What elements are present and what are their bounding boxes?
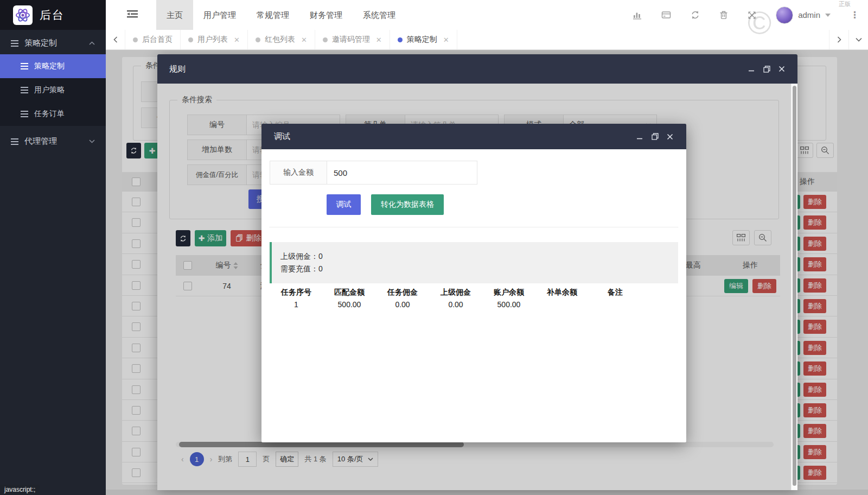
amount-label: 输入金额: [270, 161, 327, 185]
result-table-row: 1 500.00 0.00 0.00 500.00: [270, 300, 642, 309]
tabbar: 后台首页 用户列表 ✕ 红包列表 ✕ 邀请码管理 ✕ 策略定制 ✕: [106, 30, 868, 50]
bar-chart-icon[interactable]: [633, 10, 642, 20]
nav-item-finance[interactable]: 财务管理: [299, 0, 353, 30]
header-cell: 任务序号: [270, 288, 323, 297]
tab-label: 用户列表: [197, 35, 228, 45]
convert-to-table-button[interactable]: 转化为数据表格: [371, 194, 444, 215]
tab-dot: [398, 37, 403, 42]
sidebar-collapse-icon[interactable]: [127, 9, 138, 19]
close-icon[interactable]: [666, 133, 674, 141]
link-status-tooltip: javascript:;: [0, 485, 40, 495]
tab-dot: [188, 37, 193, 42]
tab-dot: [133, 37, 138, 42]
tab-close-icon[interactable]: ✕: [443, 36, 449, 44]
minimize-icon[interactable]: [748, 65, 755, 73]
tab-dot: [323, 37, 328, 42]
tab-home[interactable]: 后台首页: [125, 30, 181, 49]
sidebar-item-label: 策略定制: [34, 61, 65, 71]
logo-area: 后台: [0, 0, 106, 30]
vertical-scrollbar-thumb[interactable]: [793, 86, 796, 486]
tab-user-list[interactable]: 用户列表 ✕: [181, 30, 248, 49]
value-cell: 0.00: [376, 300, 429, 309]
tab-strategy[interactable]: 策略定制 ✕: [390, 30, 457, 49]
sidebar-group-strategy[interactable]: 策略定制: [0, 32, 106, 54]
username: admin: [798, 10, 820, 20]
sidebar-item-strategy[interactable]: 策略定制: [0, 54, 106, 78]
logo-text: 后台: [40, 8, 65, 23]
refresh-icon[interactable]: [691, 10, 700, 20]
maximize-icon[interactable]: [763, 65, 770, 73]
window-controls: [748, 65, 786, 73]
parent-commission-line: 上级佣金：0: [280, 250, 669, 263]
tab-close-icon[interactable]: ✕: [301, 36, 307, 44]
tab-menu-toggle[interactable]: [848, 30, 868, 49]
tab-controls: [829, 30, 868, 49]
tab-scroll-left[interactable]: [106, 30, 125, 49]
tab-close-icon[interactable]: ✕: [376, 36, 382, 44]
sidebar-item-label: 任务订单: [34, 109, 65, 119]
tab-label: 邀请码管理: [332, 35, 370, 45]
tab-close-icon[interactable]: ✕: [234, 36, 240, 44]
dotted-divider: [270, 227, 678, 227]
close-icon[interactable]: [778, 65, 786, 73]
value-cell: 500.00: [482, 300, 535, 309]
tab-label: 策略定制: [407, 35, 437, 45]
watermark-text: 正版: [839, 0, 851, 8]
result-table-header: 任务序号 匹配金额 任务佣金 上级佣金 账户余额 补单余额 备注: [270, 288, 642, 297]
header-cell: 补单余额: [535, 288, 589, 297]
header-cell: 账户余额: [482, 288, 535, 297]
header-cell: 匹配金额: [323, 288, 376, 297]
sidebar-group-label: 代理管理: [24, 136, 57, 147]
debug-modal: 调试 输入金额 调试 转化为数据表格 上级佣金：0 需要充值：0 任务序号 匹配…: [261, 124, 686, 442]
list-icon: [21, 63, 28, 69]
nav-item-system[interactable]: 系统管理: [353, 0, 406, 30]
trash-icon[interactable]: [719, 10, 728, 20]
list-icon: [11, 138, 18, 145]
value-cell: [589, 300, 642, 309]
sidebar-item-label: 用户策略: [34, 85, 65, 95]
tab-dot: [256, 37, 260, 42]
tab-redpacket-list[interactable]: 红包列表 ✕: [248, 30, 315, 49]
result-panel: 上级佣金：0 需要充值：0: [270, 242, 678, 283]
rule-modal-title: 规则: [169, 64, 186, 74]
debug-modal-title: 调试: [274, 131, 290, 142]
list-icon: [21, 111, 28, 117]
sidebar-item-user-strategy[interactable]: 用户策略: [0, 78, 106, 102]
rule-modal-header: 规则: [157, 54, 797, 84]
top-nav: 主页 用户管理 常规管理 财务管理 系统管理: [156, 0, 406, 30]
amount-input[interactable]: [327, 161, 477, 185]
topbar-actions: admin ⋮: [633, 0, 859, 30]
debug-button[interactable]: 调试: [327, 194, 361, 215]
nav-item-general[interactable]: 常规管理: [246, 0, 299, 30]
chevron-up-icon: [89, 41, 95, 45]
value-cell: 500.00: [323, 300, 376, 309]
tab-invite-code[interactable]: 邀请码管理 ✕: [315, 30, 390, 49]
debug-modal-header: 调试: [261, 124, 686, 149]
tab-label: 后台首页: [142, 35, 173, 45]
header-cell: 任务佣金: [376, 288, 429, 297]
panel-icon[interactable]: [661, 10, 671, 20]
chevron-down-icon: [89, 139, 95, 143]
tab-label: 红包列表: [265, 35, 295, 45]
value-cell: 1: [270, 300, 323, 309]
avatar: [776, 7, 793, 24]
header-cell: 上级佣金: [429, 288, 482, 297]
sidebar-item-task-orders[interactable]: 任务订单: [0, 102, 106, 126]
minimize-icon[interactable]: [636, 133, 643, 141]
tab-scroll-right[interactable]: [829, 30, 848, 49]
nav-item-users[interactable]: 用户管理: [193, 0, 246, 30]
nav-item-home[interactable]: 主页: [156, 0, 193, 30]
value-cell: [535, 300, 589, 309]
fullscreen-icon[interactable]: [748, 11, 756, 20]
sidebar-group-agent[interactable]: 代理管理: [0, 130, 106, 153]
more-dots-icon[interactable]: ⋮: [850, 10, 859, 20]
user-menu[interactable]: admin: [776, 7, 831, 24]
logo-icon: [13, 5, 33, 25]
user-caret-icon: [825, 14, 831, 17]
topbar: 后台 主页 用户管理 常规管理 财务管理 系统管理: [0, 0, 868, 30]
sidebar: 策略定制 策略定制 用户策略 任务订单 代理管理: [0, 30, 106, 495]
recharge-needed-line: 需要充值：0: [280, 263, 669, 275]
maximize-icon[interactable]: [651, 133, 659, 141]
list-icon: [11, 40, 18, 47]
sidebar-submenu: 策略定制 用户策略 任务订单: [0, 54, 106, 126]
